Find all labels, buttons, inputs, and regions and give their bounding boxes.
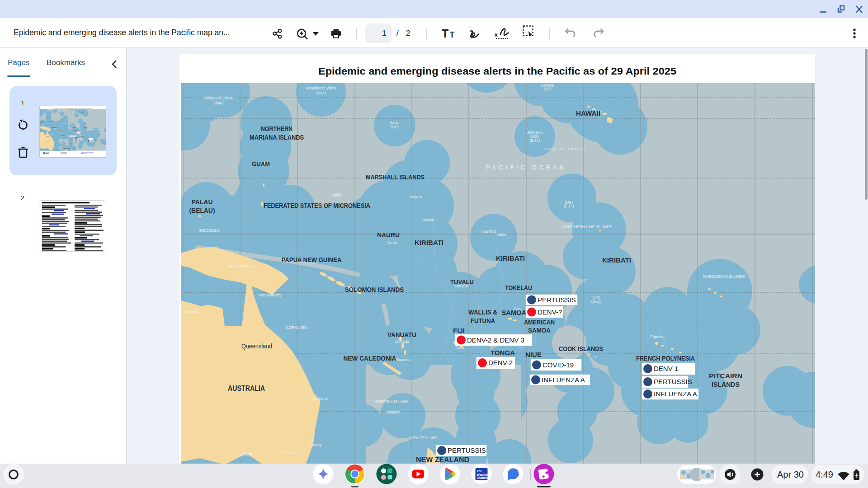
- svg-text:T: T: [442, 27, 448, 40]
- svg-text:x: x: [495, 32, 498, 38]
- svg-text:T: T: [450, 30, 455, 39]
